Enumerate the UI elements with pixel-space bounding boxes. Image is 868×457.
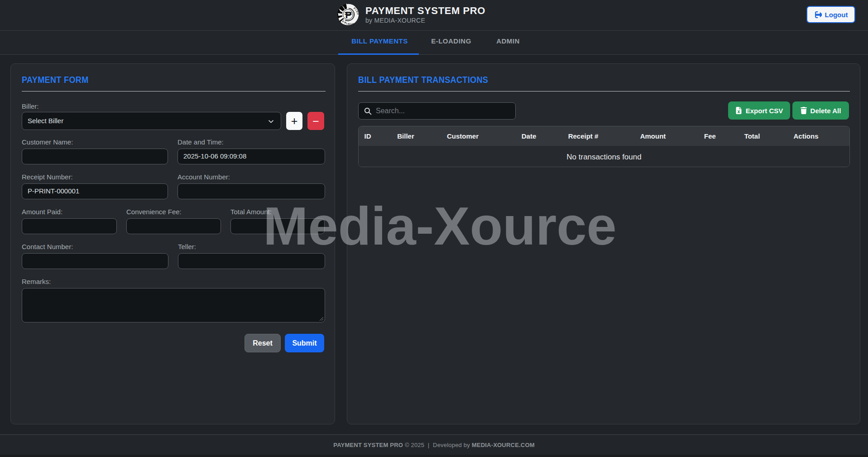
svg-text:N: N: [348, 23, 350, 25]
svg-text:S: S: [352, 23, 354, 25]
